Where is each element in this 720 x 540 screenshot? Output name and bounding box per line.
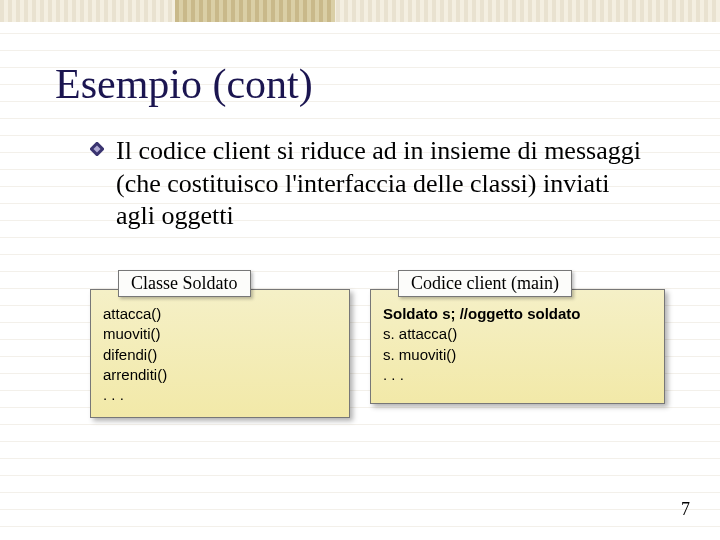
body-area: Il codice client si riduce ad in insieme… <box>90 135 650 233</box>
code-line: s. attacca() <box>383 324 652 344</box>
right-box-body: Soldato s; //oggetto soldato s. attacca(… <box>370 289 665 404</box>
right-box: Codice client (main) Soldato s; //oggett… <box>370 270 665 418</box>
left-box: Classe Soldato attacca() muoviti() difen… <box>90 270 350 418</box>
code-line: s. muoviti() <box>383 345 652 365</box>
left-box-label: Classe Soldato <box>118 270 251 297</box>
code-line: arrenditi() <box>103 365 337 385</box>
slide: Esempio (cont) Il codice client si riduc… <box>0 0 720 540</box>
code-line: muoviti() <box>103 324 337 344</box>
page-number: 7 <box>681 499 690 520</box>
slide-title: Esempio (cont) <box>55 60 313 108</box>
code-line: . . . <box>103 385 337 405</box>
bullet-item: Il codice client si riduce ad in insieme… <box>90 135 650 233</box>
boxes-row: Classe Soldato attacca() muoviti() difen… <box>90 270 665 418</box>
code-line: . . . <box>383 365 652 385</box>
accent-bar <box>175 0 335 22</box>
code-line: attacca() <box>103 304 337 324</box>
diamond-bullet-icon <box>90 142 104 160</box>
bullet-text: Il codice client si riduce ad in insieme… <box>116 135 650 233</box>
left-box-body: attacca() muoviti() difendi() arrenditi(… <box>90 289 350 418</box>
right-box-label: Codice client (main) <box>398 270 572 297</box>
top-strip <box>0 0 720 22</box>
code-line: difendi() <box>103 345 337 365</box>
code-line: Soldato s; //oggetto soldato <box>383 304 652 324</box>
